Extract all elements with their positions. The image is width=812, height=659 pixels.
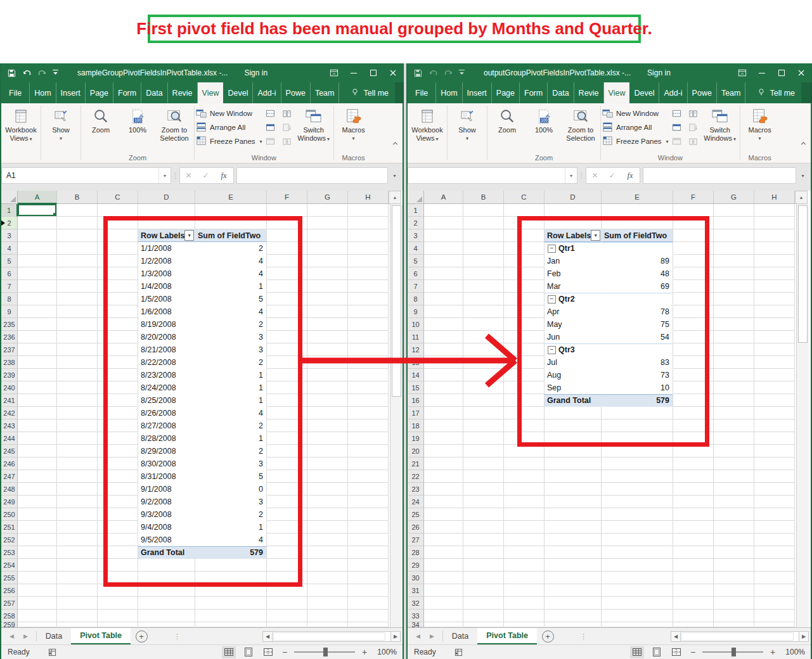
cell-F235[interactable] (267, 318, 307, 331)
cell-D249[interactable]: 9/2/2008 (138, 496, 195, 508)
cell-B22[interactable] (463, 470, 504, 483)
cell-F239[interactable] (267, 369, 307, 381)
cell-D7[interactable]: 1/4/2008 (138, 280, 195, 293)
cell-G6[interactable] (307, 267, 348, 280)
zoom-100-button[interactable]: 100 100% (119, 104, 156, 134)
cell-B12[interactable] (463, 343, 504, 356)
cell-B26[interactable] (463, 521, 504, 534)
cell-B247[interactable] (57, 470, 98, 483)
cell-E21[interactable] (602, 457, 673, 470)
cell-G10[interactable] (714, 318, 754, 331)
row-header-33[interactable]: 33 (408, 610, 424, 622)
cell-D6[interactable]: Feb (545, 267, 602, 280)
cell-E256[interactable] (195, 584, 267, 597)
cell-A14[interactable] (424, 369, 463, 381)
cell-A26[interactable] (424, 521, 463, 534)
row-header-240[interactable]: 240 (1, 381, 18, 394)
cell-F241[interactable] (267, 394, 307, 407)
macros-button[interactable]: Macros▾ (335, 104, 372, 143)
cell-D1[interactable] (545, 204, 602, 217)
cell-D248[interactable]: 9/1/2008 (138, 483, 195, 496)
show-button[interactable]: Show▾ (449, 104, 486, 143)
name-box[interactable]: ▾ (408, 167, 577, 184)
cell-A238[interactable] (18, 356, 57, 369)
cell-F256[interactable] (267, 584, 307, 597)
cell-D21[interactable] (545, 457, 602, 470)
cell-B21[interactable] (463, 457, 504, 470)
tab-power[interactable]: Powe (281, 82, 311, 103)
cell-F26[interactable] (673, 521, 714, 534)
cell-B9[interactable] (463, 305, 504, 318)
hide-window-button[interactable] (264, 121, 277, 134)
row-labels-filter-button[interactable]: ▼ (184, 230, 194, 241)
sheet-tab-data[interactable]: Data (443, 628, 477, 644)
page-layout-view-button[interactable] (650, 646, 664, 658)
cell-D243[interactable]: 8/27/2008 (138, 419, 195, 432)
cell-C236[interactable] (98, 331, 138, 343)
cell-B5[interactable] (57, 255, 98, 267)
zoom-slider[interactable] (702, 651, 763, 653)
cell-E9[interactable]: 78 (602, 305, 673, 318)
cell-G7[interactable] (307, 280, 348, 293)
cell-D253[interactable]: Grand Total (138, 546, 195, 559)
horizontal-scrollbar[interactable]: ◀ ▶ (262, 628, 401, 644)
new-sheet-button[interactable]: + (131, 628, 152, 644)
page-break-view-button[interactable] (261, 646, 275, 658)
row-header-24[interactable]: 24 (408, 496, 424, 508)
sign-in-link[interactable]: Sign in (244, 68, 267, 77)
cell-A1[interactable] (18, 204, 57, 217)
row-header-7[interactable]: 7 (408, 280, 424, 293)
vscroll-thumb[interactable] (392, 205, 401, 397)
cell-F251[interactable] (267, 521, 307, 534)
column-header-F[interactable]: F (267, 191, 307, 204)
cell-F15[interactable] (673, 381, 714, 394)
column-header-F[interactable]: F (673, 191, 714, 204)
maximize-icon[interactable] (363, 63, 383, 82)
cell-E1[interactable] (195, 204, 267, 217)
cell-A245[interactable] (18, 445, 57, 457)
cell-D241[interactable]: 8/25/2008 (138, 394, 195, 407)
cell-H19[interactable] (754, 432, 795, 445)
row-header-13[interactable]: 13 (408, 356, 424, 369)
cell-E254[interactable] (195, 559, 267, 572)
cell-A257[interactable] (18, 597, 57, 610)
row-header-254[interactable]: 254 (1, 559, 18, 572)
cell-C31[interactable] (504, 584, 545, 597)
row-header-26[interactable]: 26 (408, 521, 424, 534)
cell-F28[interactable] (673, 546, 714, 559)
cell-C239[interactable] (98, 369, 138, 381)
collapse-group-button[interactable]: − (548, 346, 556, 354)
cell-G250[interactable] (307, 508, 348, 521)
row-header-248[interactable]: 248 (1, 483, 18, 496)
cell-B31[interactable] (463, 584, 504, 597)
cell-C32[interactable] (504, 597, 545, 610)
cell-E34[interactable] (602, 622, 673, 627)
cell-G8[interactable] (714, 293, 754, 305)
cell-B18[interactable] (463, 419, 504, 432)
cell-C235[interactable] (98, 318, 138, 331)
cell-B19[interactable] (463, 432, 504, 445)
cell-B253[interactable] (57, 546, 98, 559)
row-labels-filter-button[interactable]: ▼ (591, 230, 600, 241)
cell-A18[interactable] (424, 419, 463, 432)
tab-view[interactable]: View (604, 82, 630, 103)
cell-A251[interactable] (18, 521, 57, 534)
enter-icon[interactable]: ✓ (197, 171, 214, 180)
cell-E13[interactable]: 83 (602, 356, 673, 369)
cell-D4[interactable]: −Qtr1 (545, 242, 602, 255)
row-header-247[interactable]: 247 (1, 470, 18, 483)
cell-A247[interactable] (18, 470, 57, 483)
cell-D2[interactable] (545, 217, 602, 229)
cell-B15[interactable] (463, 381, 504, 394)
cell-B1[interactable] (57, 204, 98, 217)
vscroll-up-button[interactable]: ▲ (795, 191, 808, 204)
cell-F245[interactable] (267, 445, 307, 457)
cell-G2[interactable] (714, 217, 754, 229)
cell-G24[interactable] (714, 496, 754, 508)
cell-C13[interactable] (504, 356, 545, 369)
cell-C3[interactable] (98, 229, 138, 242)
row-header-249[interactable]: 249 (1, 496, 18, 508)
cell-F12[interactable] (673, 343, 714, 356)
cell-B2[interactable] (463, 217, 504, 229)
new-sheet-button[interactable]: + (537, 628, 558, 644)
